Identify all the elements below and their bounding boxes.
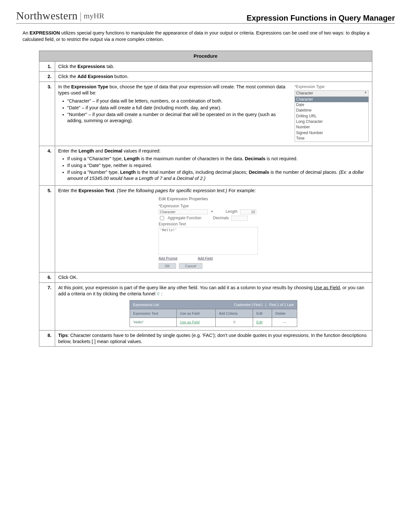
edit-expression-figure: Edit Expression Properties *Expression T… [159,196,268,269]
ok-button[interactable]: OK [159,263,176,269]
step-3: *Expression Type Character ▼ Character D… [55,82,372,146]
figure-title: Edit Expression Properties [159,196,268,202]
col-header: Delete [272,309,297,318]
dropdown-option[interactable]: Number [295,124,368,130]
chevron-down-icon: ▼ [364,91,367,96]
brand-separator: | [80,10,82,22]
page-title: Expression Functions in Query Manager [247,14,395,22]
procedure-header: Procedure [39,51,372,62]
length-label: Length [226,209,238,214]
add-field-link[interactable]: Add Field [198,256,212,260]
page-header: Northwestern | myHR Expression Functions… [16,10,395,24]
brand-main: Northwestern [16,10,78,22]
funnel-icon[interactable]: ⚲ [233,320,236,324]
procedure-table: Procedure 1. Click the Expressions tab. … [39,51,372,347]
brand-logo: Northwestern | myHR [16,10,104,22]
edit-link[interactable]: Edit [256,320,262,324]
dropdown-list[interactable]: Character Date Datetime Drilling URL Lon… [295,97,369,142]
dropdown-option[interactable]: Long Character [295,119,368,124]
expression-text-cell: 'Hello!' [130,318,177,327]
table-row: 5. Enter the Expression Text. (See the f… [39,185,372,272]
table-row: 4. Enter the Length and Decimal values i… [39,146,372,185]
step-1: Click the Expressions tab. [55,61,372,72]
col-header: Add Criteria [215,309,253,318]
dropdown-option[interactable]: Time [295,136,368,141]
dropdown-option[interactable]: Datetime [295,108,368,113]
list-item: If using a "Character" type, Length is t… [67,156,369,162]
expression-text-input[interactable] [159,227,258,255]
step-4: Enter the Length and Decimal values if r… [55,146,372,185]
brand-sub: myHR [83,12,104,20]
type-label: *Expression Type [159,204,268,209]
col-header: Use as Field [176,309,215,318]
expression-text-label: Expression Text [159,222,268,227]
chevron-down-icon[interactable]: ▼ [210,210,213,214]
step-6: Click OK. [55,272,372,283]
table-row: 8. Tips: Character constants have to be … [39,330,372,347]
add-prompt-link[interactable]: Add Prompt [159,256,177,260]
dropdown-selected[interactable]: Character ▼ [295,90,369,97]
delete-icon[interactable]: — [283,320,286,324]
list-item: If using a "Date" type, neither is requi… [67,163,369,169]
step-7: At this point, your expression is part o… [55,283,372,330]
intro-paragraph: An EXPRESSION utilizes special query fun… [23,30,388,43]
cancel-button[interactable]: Cancel [179,263,202,269]
decimals-label: Decimals [213,216,229,221]
step-5: Enter the Expression Text. (See the foll… [55,185,372,272]
length-input[interactable] [240,209,256,214]
table-row: 2. Click the Add Expression button. [39,72,372,82]
col-header: Expression Text [130,309,177,318]
use-as-field-link[interactable]: Use as Field [314,285,340,290]
col-header: Edit [253,309,272,318]
dropdown-option[interactable]: Character [295,97,368,102]
dropdown-label: *Expression Type [295,84,369,90]
dropdown-option[interactable]: Drilling URL [295,113,368,119]
decimals-input[interactable] [231,216,248,221]
list-item: If using a "Number" type, Length is the … [67,169,369,182]
step-2: Click the Add Expression button. [55,72,372,82]
funnel-icon[interactable]: ⚲ [157,291,160,296]
use-as-field-link[interactable]: Use as Field [180,320,200,324]
expression-type-dropdown-figure: *Expression Type Character ▼ Character D… [295,84,369,142]
table-row: 3. *Expression Type Character ▼ Characte… [39,82,372,146]
aggregate-checkbox[interactable] [160,216,164,220]
expression-type-input[interactable] [159,209,208,214]
expressions-list-figure: Expressions List Customize | Find | | Fi… [130,300,297,327]
aggregate-label: Aggregate Function [168,216,201,221]
table-row: 7. At this point, your expression is par… [39,283,372,330]
dropdown-option[interactable]: Signed Number [295,130,368,136]
dropdown-option[interactable]: Date [295,102,368,108]
step-8: Tips: Character constants have to be del… [55,330,372,347]
table-row: 1. Click the Expressions tab. [39,61,372,72]
list-title-bar: Expressions List Customize | Find | | Fi… [130,300,297,309]
table-row: 6. Click OK. [39,272,372,283]
